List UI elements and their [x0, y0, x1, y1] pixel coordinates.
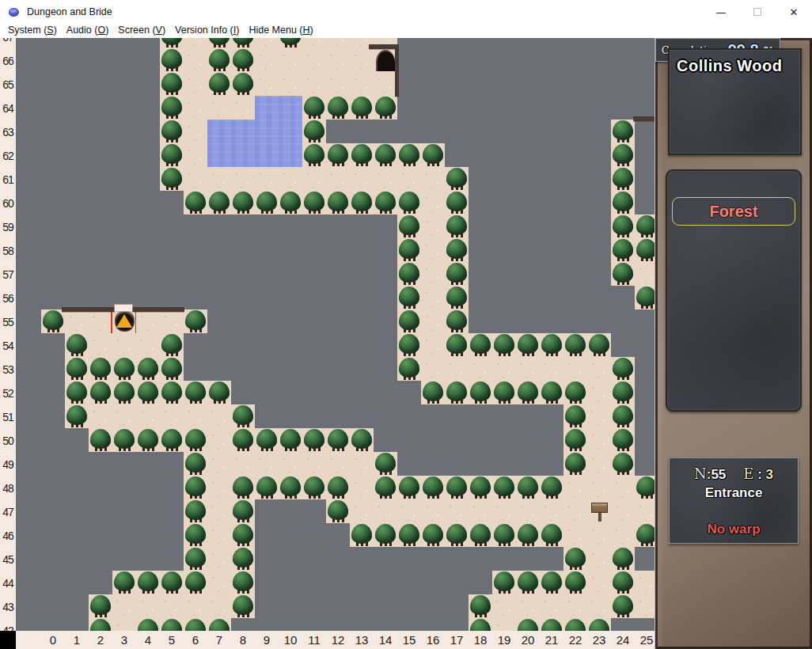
tree-trunk — [309, 495, 321, 499]
tree-icon — [423, 144, 443, 164]
tree-trunk — [285, 44, 297, 47]
tree-tile — [184, 523, 207, 547]
sand-tile — [350, 72, 374, 96]
tree-tile — [160, 618, 184, 631]
tree-trunk — [451, 210, 463, 214]
tree-tile — [279, 38, 302, 48]
tree-icon — [304, 97, 324, 116]
tree-trunk — [404, 352, 415, 356]
tree-trunk — [261, 447, 273, 451]
menu-item-audio[interactable]: Audio (O) — [65, 25, 117, 37]
tree-tile — [65, 404, 89, 428]
sand-tile — [112, 618, 136, 631]
sand-tile — [302, 167, 326, 191]
tree-trunk — [285, 210, 297, 214]
tree-tile — [136, 381, 160, 404]
col-label-25: 25 — [635, 632, 655, 648]
sand-tile — [516, 357, 540, 381]
tree-tile — [492, 523, 516, 547]
water-tile — [255, 120, 279, 143]
tree-tile — [89, 594, 112, 618]
tree-icon — [565, 381, 586, 401]
sand-tile — [397, 167, 421, 191]
tree-tile — [540, 618, 563, 631]
tree-trunk — [475, 542, 487, 546]
menu-item-hide-menu[interactable]: Hide Menu (H) — [247, 25, 321, 37]
tree-trunk — [166, 139, 178, 142]
tree-tile — [160, 381, 184, 404]
row-label-65: 65 — [0, 77, 16, 93]
tree-icon — [613, 453, 633, 473]
tree-icon — [161, 429, 182, 449]
minimize-button[interactable]: — — [703, 0, 739, 24]
sand-tile — [492, 357, 516, 381]
tree-tile — [207, 191, 231, 214]
tree-icon — [613, 120, 633, 140]
tree-tile — [397, 286, 421, 309]
tree-icon — [589, 619, 609, 631]
sand-tile — [231, 452, 255, 476]
tree-icon — [233, 476, 253, 496]
tree-trunk — [190, 447, 202, 451]
col-label-8: 8 — [231, 632, 255, 648]
tree-tile — [540, 333, 563, 357]
tree-icon — [470, 524, 491, 544]
row-label-47: 47 — [0, 504, 16, 520]
sand-tile — [184, 96, 207, 120]
col-label-3: 3 — [112, 632, 136, 648]
tree-tile — [231, 547, 255, 571]
tree-trunk — [119, 400, 131, 404]
tree-trunk — [237, 613, 249, 617]
tree-icon — [518, 334, 538, 354]
tree-icon — [613, 595, 633, 615]
tree-trunk — [285, 447, 297, 451]
col-label-0: 0 — [41, 632, 65, 648]
tree-trunk — [570, 400, 582, 404]
tree-trunk — [380, 162, 392, 166]
tree-trunk — [451, 495, 463, 499]
tree-icon — [613, 144, 633, 164]
player-marker[interactable] — [112, 309, 136, 333]
col-label-10: 10 — [279, 632, 302, 648]
tree-trunk — [617, 471, 629, 475]
sand-tile — [350, 452, 374, 476]
tree-tile — [231, 594, 255, 618]
tree-trunk — [499, 590, 510, 594]
tree-tile — [136, 357, 160, 381]
tree-icon — [399, 263, 419, 283]
map-viewport[interactable] — [16, 38, 655, 631]
close-button[interactable]: ✕ — [776, 0, 812, 24]
maximize-button[interactable] — [739, 0, 776, 24]
tree-trunk — [237, 44, 249, 47]
tree-tile — [635, 286, 655, 309]
tree-tile — [136, 428, 160, 452]
water-tile — [231, 120, 255, 143]
tree-trunk — [570, 566, 582, 570]
menu-item-screen[interactable]: Screen (V) — [116, 25, 173, 37]
sand-tile — [231, 96, 255, 120]
tree-tile — [160, 120, 184, 143]
tree-icon — [161, 97, 182, 116]
row-label-66: 66 — [0, 53, 16, 69]
sand-tile — [421, 309, 445, 333]
tree-tile — [445, 262, 469, 286]
tree-icon — [446, 310, 467, 330]
tree-tile — [112, 571, 136, 594]
tree-tile — [160, 48, 184, 72]
menu-item-system[interactable]: System (S) — [6, 25, 65, 37]
tree-trunk — [332, 495, 344, 499]
tree-tile — [611, 357, 635, 381]
tree-trunk — [237, 566, 249, 570]
menu-item-version-info[interactable]: Version Info (I) — [173, 25, 247, 37]
tree-icon — [233, 73, 253, 93]
tree-trunk — [214, 67, 226, 71]
tree-tile — [302, 428, 326, 452]
tree-icon — [399, 524, 419, 544]
tree-icon — [541, 334, 562, 354]
tree-trunk — [404, 257, 415, 261]
sand-tile — [611, 499, 635, 523]
tree-icon — [233, 49, 253, 69]
tree-trunk — [190, 210, 202, 214]
tree-icon — [494, 524, 514, 544]
tree-tile — [492, 476, 516, 499]
